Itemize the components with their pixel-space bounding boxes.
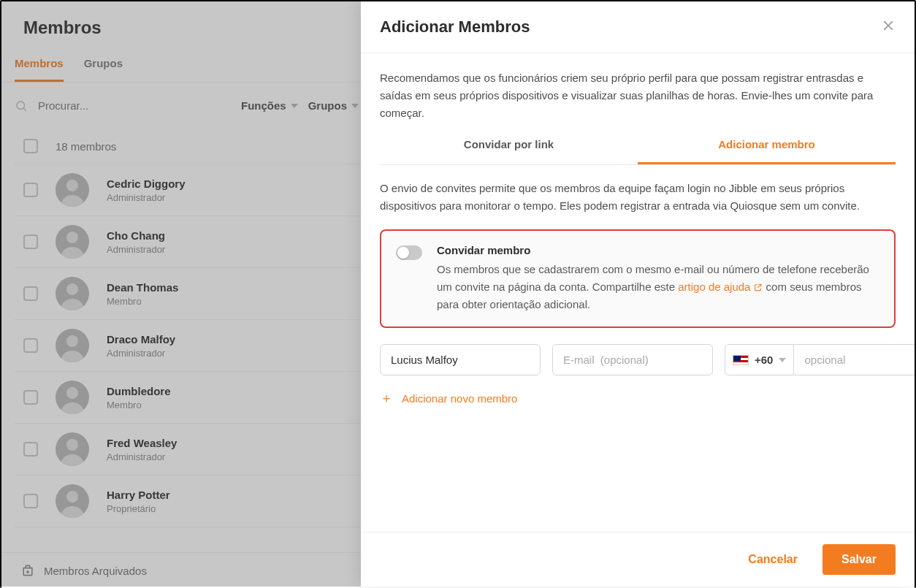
cancel-button[interactable]: Cancelar bbox=[735, 544, 811, 575]
toggle-knob bbox=[397, 247, 409, 259]
external-link-icon bbox=[753, 283, 763, 292]
save-button[interactable]: Salvar bbox=[823, 544, 896, 575]
tab-invite-link[interactable]: Convidar por link bbox=[380, 138, 638, 164]
country-code: +60 bbox=[755, 354, 773, 366]
email-input[interactable] bbox=[552, 344, 713, 375]
invite-member-block: Convidar membro Os membros que se cadast… bbox=[380, 229, 896, 328]
modal-title: Adicionar Membros bbox=[380, 18, 530, 37]
invite-title: Convidar membro bbox=[437, 244, 879, 256]
flag-icon bbox=[733, 355, 749, 365]
tab-add-member[interactable]: Adicionar membro bbox=[638, 138, 896, 164]
add-new-member-button[interactable]: ＋ Adicionar novo membro bbox=[380, 392, 517, 405]
modal-description: O envio de convites permite que os membr… bbox=[380, 180, 896, 215]
phone-input[interactable] bbox=[794, 344, 915, 375]
invite-text: Os membros que se cadastrarem com o mesm… bbox=[437, 261, 879, 313]
modal-tabs: Convidar por link Adicionar membro bbox=[380, 138, 896, 165]
country-code-selector[interactable]: +60 bbox=[725, 344, 794, 375]
name-input[interactable] bbox=[380, 344, 541, 375]
invite-toggle[interactable] bbox=[396, 245, 422, 260]
plus-icon: ＋ bbox=[380, 392, 393, 405]
chevron-down-icon bbox=[779, 358, 786, 362]
close-icon[interactable] bbox=[881, 18, 896, 36]
add-members-modal: Adicionar Membros Recomendamos que os fu… bbox=[361, 1, 915, 587]
modal-intro: Recomendamos que os funcionários criem s… bbox=[380, 69, 896, 122]
help-article-link[interactable]: artigo de ajuda bbox=[678, 278, 763, 296]
add-new-label: Adicionar novo membro bbox=[402, 392, 517, 405]
